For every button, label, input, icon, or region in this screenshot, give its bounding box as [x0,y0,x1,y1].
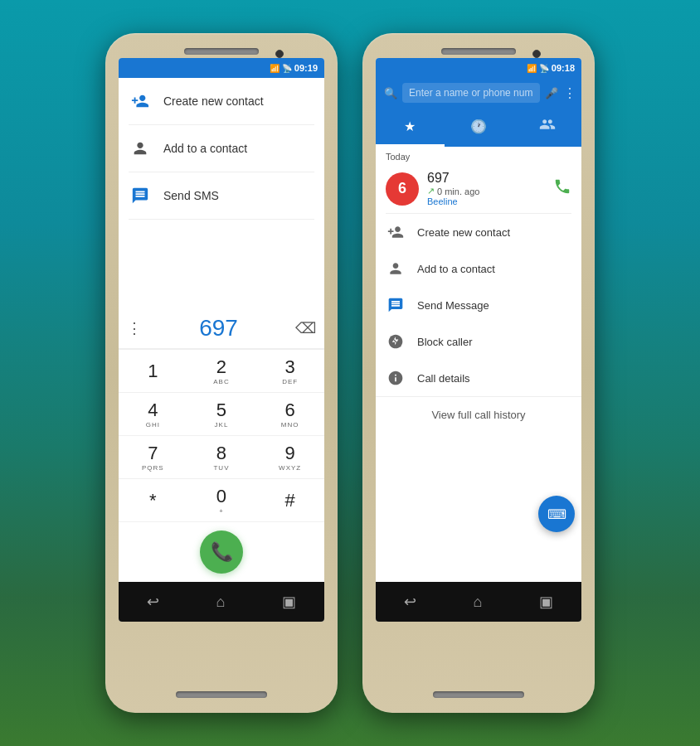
screen2-content: Today 6 697 ↗ 0 min. ago Beeline [376,147,581,582]
divider-3 [129,219,314,220]
key-7[interactable]: 7 PQRS [119,436,187,479]
status-icons-1: 📶 📡 09:19 [270,63,318,73]
key-hash-num: # [285,490,295,511]
call-direction-icon: ↗ [427,186,435,196]
key-5-num: 5 [216,400,226,421]
home-btn-2[interactable]: ⌂ [474,593,483,611]
tab-contacts[interactable] [513,108,581,144]
key-5-alpha: JKL [215,421,229,429]
key-6[interactable]: 6 MNO [255,393,324,436]
caller-info: 697 ↗ 0 min. ago Beeline [427,171,545,206]
key-hash[interactable]: # [255,479,324,522]
call-action-btn[interactable] [553,177,571,200]
person-add-icon-1 [129,90,152,113]
screen2: 📶 📡 09:18 🔍 🎤 ⋮ ★ 🕐 [376,58,581,622]
call-button-container: 📞 [119,522,324,582]
speaker-top-1 [184,48,259,55]
key-2-num: 2 [216,356,226,378]
key-8[interactable]: 8 TUV [187,436,256,479]
search-bar: 🔍 🎤 ⋮ [376,78,581,108]
key-2[interactable]: 2 ABC [187,350,256,393]
key-star-num: * [149,490,157,511]
back-btn-2[interactable]: ↩ [404,593,416,611]
message-icon-2 [386,295,406,315]
status-time-1: 09:19 [294,63,318,73]
person-icon-1 [129,137,152,160]
backspace-btn[interactable]: ⌫ [295,319,316,337]
phone2: 📶 📡 09:18 🔍 🎤 ⋮ ★ 🕐 [362,33,595,713]
recents-btn-2[interactable]: ▣ [539,593,553,611]
recent-icon: 🕐 [470,119,487,134]
speaker-top-2 [441,48,516,55]
caller-provider[interactable]: Beeline [427,196,545,206]
key-9[interactable]: 9 WXYZ [255,436,324,479]
view-history-text: View full call history [431,409,525,421]
phone1-bottom [114,622,329,705]
action-create-contact[interactable]: Create new contact [376,214,581,250]
key-5[interactable]: 5 JKL [187,393,256,436]
action-block-caller[interactable]: Block caller [376,323,581,360]
caller-name: 697 [427,171,545,186]
call-item[interactable]: 6 697 ↗ 0 min. ago Beeline [376,164,581,213]
favorites-icon: ★ [404,119,416,134]
camera-1 [275,50,284,58]
search-icon: 🔍 [384,87,397,99]
speaker-bottom-2 [433,691,524,698]
recents-btn-1[interactable]: ▣ [282,593,296,611]
info-icon [386,368,406,388]
nav-bar-2: ↩ ⌂ ▣ [376,582,581,622]
contacts-icon [539,116,556,136]
search-input[interactable] [402,83,540,103]
key-4[interactable]: 4 GHI [119,393,187,436]
key-0[interactable]: 0 + [187,479,256,522]
key-7-alpha: PQRS [142,464,164,472]
status-time-2: 09:18 [552,63,575,73]
create-contact-label: Create new contact [163,94,264,108]
key-6-alpha: MNO [281,421,299,429]
person-add-icon-2 [386,222,406,242]
call-button[interactable]: 📞 [200,530,243,574]
tab-recent[interactable]: 🕐 [445,108,513,144]
key-0-alpha: + [219,507,224,515]
action-add-contact[interactable]: Add to a contact [376,250,581,287]
menu-item-create-contact[interactable]: Create new contact [119,78,324,124]
key-4-num: 4 [148,400,158,421]
call-phone-icon: 📞 [211,541,233,563]
send-sms-label: Send SMS [163,189,219,202]
signal-icon-1: 📡 [282,64,292,73]
more-options-icon[interactable]: ⋮ [563,85,576,101]
key-1[interactable]: 1 [119,350,187,393]
block-icon [386,332,406,351]
fab-dialer[interactable]: ⌨ [538,496,575,532]
menu-item-add-contact[interactable]: Add to a contact [119,125,324,172]
keypad: 1 2 ABC 3 DEF 4 GHI 5 JKL 6 MNO [119,349,324,522]
action-add-label: Add to a contact [417,263,495,275]
action-send-message[interactable]: Send Message [376,287,581,323]
caller-detail: ↗ 0 min. ago [427,186,545,196]
three-dots-btn[interactable]: ⋮ [127,319,142,337]
action-call-details[interactable]: Call details [376,360,581,396]
action-message-label: Send Message [417,299,489,312]
menu-item-send-sms[interactable]: Send SMS [119,172,324,219]
speaker-bottom-1 [176,691,267,698]
call-time: 0 min. ago [437,186,479,196]
back-btn-1[interactable]: ↩ [147,593,159,611]
section-label: Today [376,147,581,164]
key-star[interactable]: * [119,479,187,522]
status-icons-2: 📶 📡 09:18 [527,63,575,73]
tab-favorites[interactable]: ★ [376,108,445,144]
add-contact-label: Add to a contact [163,142,247,155]
mic-icon[interactable]: 🎤 [545,87,558,99]
status-bar-2: 📶 📡 09:18 [376,58,581,78]
home-btn-1[interactable]: ⌂ [216,593,226,611]
key-8-alpha: TUV [213,464,229,472]
phone1: 📶 📡 09:19 Create new contact Add to a co… [105,33,338,713]
status-bar-1: 📶 📡 09:19 [119,58,324,78]
screen1: 📶 📡 09:19 Create new contact Add to a co… [119,58,324,622]
key-3-alpha: DEF [282,378,298,385]
wifi-icon-1: 📶 [270,64,280,73]
view-history-btn[interactable]: View full call history [376,396,581,432]
caller-avatar: 6 [386,172,419,206]
phone2-bottom [371,622,586,705]
key-3[interactable]: 3 DEF [255,350,324,393]
